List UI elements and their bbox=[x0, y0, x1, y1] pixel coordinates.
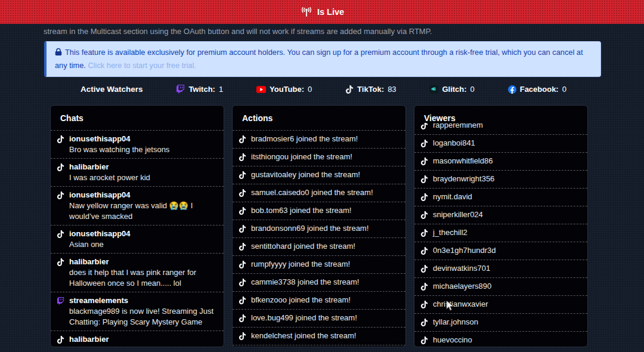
tiktok-icon bbox=[420, 123, 428, 129]
chat-message-row: ionusethisapp04 Bro was watching the jet… bbox=[51, 131, 224, 159]
tiktok-icon bbox=[239, 171, 246, 179]
action-item: brandonsonn69 joined the stream! bbox=[233, 220, 405, 238]
chat-message-row: streamelements blackmage989 is now live!… bbox=[51, 292, 224, 331]
chat-message-row: ionusethisapp04 Naw yellow ranger was va… bbox=[51, 187, 224, 226]
viewer-item: 0n3e1gh7hundr3d bbox=[414, 242, 587, 260]
chat-username: ionusethisapp04 bbox=[69, 134, 131, 144]
tiktok-icon bbox=[420, 158, 428, 165]
list-item-text: sentittohard joined the stream! bbox=[251, 241, 355, 252]
list-item-text: bradmosier6 joined the stream! bbox=[251, 134, 358, 144]
chat-message-text: Naw yellow ranger was valid 😭😭 I would’v… bbox=[69, 200, 218, 222]
platform-stat-count: 0 bbox=[470, 85, 475, 94]
free-trial-link[interactable]: Click here to start your free trial. bbox=[88, 61, 196, 70]
viewer-item: tyllar.johnson bbox=[414, 314, 587, 332]
tiktok-icon bbox=[57, 230, 64, 238]
list-item-text: bob.tom63 joined the stream! bbox=[251, 205, 351, 216]
list-item-text: devinwatkins701 bbox=[433, 263, 490, 274]
broadcast-icon bbox=[300, 7, 313, 17]
platform-stat-label: Glitch: bbox=[442, 85, 466, 94]
list-item-text: brandonsonn69 joined the stream! bbox=[251, 223, 369, 234]
platform-stat-label: Facebook: bbox=[520, 85, 559, 94]
facebook-icon bbox=[508, 85, 516, 94]
platform-stat: Glitch: 0 bbox=[429, 85, 474, 94]
chat-message-text: Asian one bbox=[69, 239, 218, 250]
tiktok-icon bbox=[420, 229, 428, 237]
list-item-text: kendelchest joined the stream! bbox=[251, 331, 356, 341]
chat-username: ionusethisapp04 bbox=[69, 229, 131, 239]
list-item-text: masonwhitfield86 bbox=[433, 156, 493, 166]
viewer-item: devinwatkins701 bbox=[414, 260, 587, 278]
actions-list[interactable]: bradmosier6 joined the stream! itsthiong… bbox=[233, 131, 405, 347]
chat-username: streamelements bbox=[69, 295, 128, 306]
viewers-title: Viewers bbox=[414, 106, 587, 123]
chat-message-text: does it help that I was pink ranger for … bbox=[69, 267, 218, 289]
list-item-text: cammie3738 joined the stream! bbox=[251, 277, 359, 288]
chat-message-row: halibarbier I was arocket power kid bbox=[51, 159, 224, 187]
list-item-text: tyllar.johnson bbox=[433, 317, 478, 328]
tiktok-icon bbox=[57, 192, 64, 199]
chat-message-row: ionusethisapp04 Asian one bbox=[51, 226, 224, 254]
chats-title: Chats bbox=[51, 106, 224, 131]
twitch-icon bbox=[176, 85, 185, 94]
action-item: rumpfyyyy joined the stream! bbox=[233, 256, 405, 274]
tiktok-icon bbox=[420, 336, 428, 344]
platform-stat-label: YouTube: bbox=[270, 85, 304, 94]
list-item-text: sniperkiller024 bbox=[433, 209, 483, 220]
tiktok-icon bbox=[239, 261, 246, 268]
platform-stat-count: 0 bbox=[308, 85, 312, 94]
chats-panel: Chats ionusethisapp04 Bro was watching t… bbox=[50, 105, 224, 347]
viewer-item: huevoccino bbox=[414, 332, 587, 347]
live-banner: Is Live bbox=[0, 0, 644, 24]
list-item-text: j_thechill2 bbox=[433, 227, 467, 238]
action-item: love.bug499 joined the stream! bbox=[233, 310, 405, 328]
actions-panel: Actions bradmosier6 joined the stream! i… bbox=[232, 105, 406, 347]
platform-stat-count: 0 bbox=[562, 85, 566, 94]
intro-text: stream in the Multicast section using th… bbox=[44, 26, 644, 36]
viewer-item: michaelayers890 bbox=[414, 278, 587, 296]
tiktok-icon bbox=[345, 85, 354, 94]
tiktok-icon bbox=[420, 140, 428, 147]
chat-message-text: blackmage989 is now live! Streaming Just… bbox=[69, 306, 218, 328]
viewer-item: loganboi841 bbox=[414, 135, 587, 153]
tiktok-icon bbox=[420, 301, 428, 308]
viewer-item: j_thechill2 bbox=[414, 224, 587, 242]
chat-username: halibarbier bbox=[69, 334, 109, 345]
viewer-item: braydenwright356 bbox=[414, 171, 587, 189]
viewer-item: rappereminem bbox=[414, 123, 587, 135]
list-item-text: loganboi841 bbox=[433, 138, 475, 149]
platform-stat: TikTok: 83 bbox=[345, 85, 397, 94]
youtube-icon bbox=[256, 86, 266, 93]
platform-stat-label: Twitch: bbox=[188, 85, 215, 94]
list-item-text: christianwxavier bbox=[433, 299, 488, 310]
viewers-panel: Viewers rappereminem loganboi841 masonwh… bbox=[414, 105, 588, 347]
tiktok-icon bbox=[420, 175, 428, 183]
list-item-text: bfkenzooo joined the stream! bbox=[251, 295, 351, 305]
lock-icon bbox=[55, 48, 62, 60]
chat-message-row: halibarbier does it help that I was pink… bbox=[51, 254, 224, 292]
tiktok-icon bbox=[57, 258, 64, 266]
tiktok-icon bbox=[239, 189, 246, 197]
list-item-text: nymit.david bbox=[433, 192, 472, 202]
chats-list[interactable]: ionusethisapp04 Bro was watching the jet… bbox=[51, 131, 224, 347]
action-item: bob.tom63 joined the stream! bbox=[233, 202, 405, 220]
action-item: itsthiongou joined the stream! bbox=[233, 149, 405, 166]
list-item-text: love.bug499 joined the stream! bbox=[251, 313, 357, 323]
platform-stat: YouTube: 0 bbox=[256, 85, 312, 94]
tiktok-icon bbox=[420, 247, 428, 255]
tiktok-icon bbox=[57, 336, 64, 344]
action-item: cammie3738 joined the stream! bbox=[233, 274, 405, 292]
chat-username: halibarbier bbox=[69, 257, 109, 267]
list-item-text: huevoccino bbox=[433, 335, 472, 345]
tiktok-icon bbox=[239, 332, 246, 340]
list-item-text: rumpfyyyy joined the stream! bbox=[251, 259, 350, 270]
platform-stat: Twitch: 1 bbox=[176, 85, 223, 94]
viewer-item: sniperkiller024 bbox=[414, 206, 587, 224]
chat-message-row: halibarbier bbox=[51, 331, 224, 347]
viewers-list[interactable]: rappereminem loganboi841 masonwhitfield8… bbox=[414, 123, 587, 347]
tiktok-icon bbox=[239, 243, 246, 251]
action-item: sentittohard joined the stream! bbox=[233, 238, 405, 256]
chat-message-text: I was arocket power kid bbox=[69, 172, 218, 183]
viewer-item: christianwxavier bbox=[414, 296, 587, 314]
platform-stat: Facebook: 0 bbox=[508, 85, 566, 94]
dashboard-page: Is Live stream in the Multicast section … bbox=[0, 0, 644, 352]
